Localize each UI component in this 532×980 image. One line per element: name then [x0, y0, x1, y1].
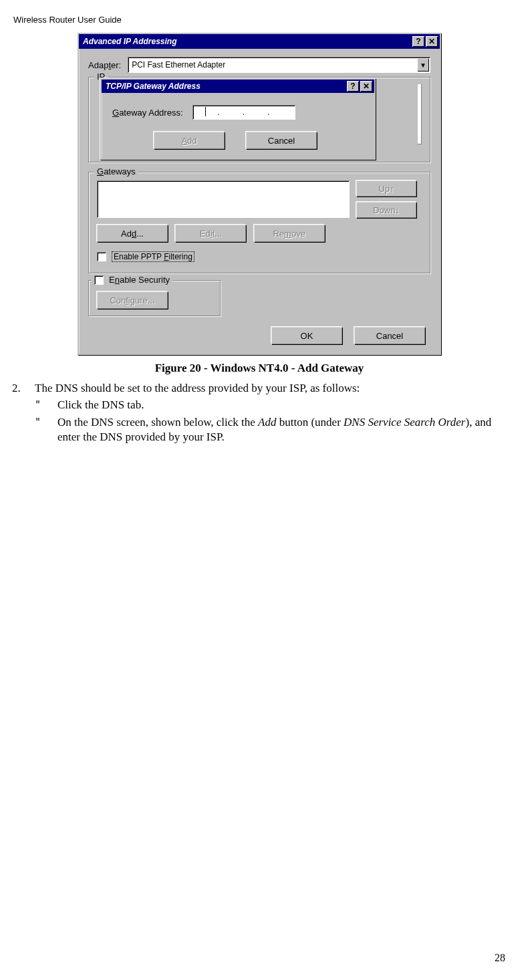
adapter-row: Adapter: PCI Fast Ethernet Adapter ▼ [88, 57, 430, 73]
bullet-glyph: " [35, 398, 57, 412]
bullet-2: " On the DNS screen, shown below, click … [35, 415, 507, 445]
help-icon[interactable]: ? [347, 81, 359, 92]
enable-security-groupbox: Enable Security Configure... [88, 280, 221, 316]
gateways-legend: Gateways [94, 166, 138, 176]
gateways-listbox[interactable] [97, 180, 350, 218]
running-header: Wireless Router User Guide [13, 15, 507, 25]
bullet-1-text: Click the DNS tab. [57, 398, 144, 412]
gateways-groupbox: Gateways Up↑ Down↓ Add... [88, 172, 430, 273]
gateway-down-button[interactable]: Down↓ [356, 202, 416, 218]
advanced-ip-dialog: Advanced IP Addressing ? ✕ Adapter: PCI … [78, 33, 441, 355]
step-2: 2. The DNS should be set to the address … [12, 382, 507, 395]
inner-cancel-button[interactable]: Cancel [246, 132, 317, 149]
gateway-up-button[interactable]: Up↑ [356, 180, 416, 197]
security-legend: Enable Security [92, 275, 172, 287]
adapter-label: Adapter: [88, 60, 121, 70]
screenshot-container: Advanced IP Addressing ? ✕ Adapter: PCI … [12, 33, 507, 355]
bullet-1: " Click the DNS tab. [35, 398, 507, 412]
figure-caption: Figure 20 - Windows NT4.0 - Add Gateway [12, 362, 507, 375]
bullet-glyph: " [35, 415, 57, 445]
configure-button[interactable]: Configure... [97, 291, 168, 309]
step-text: The DNS should be set to the address pro… [35, 382, 360, 395]
gateway-address-row: Gateway Address: . . . [112, 105, 364, 120]
outer-titlebar: Advanced IP Addressing ? ✕ [79, 34, 440, 49]
outer-title: Advanced IP Addressing [83, 37, 176, 46]
close-icon[interactable]: ✕ [360, 81, 372, 92]
tcpip-gateway-dialog: TCP/IP Gateway Address ? ✕ Gateway Addre… [100, 78, 376, 160]
chevron-down-icon[interactable]: ▼ [417, 58, 429, 72]
gateway-edit-button[interactable]: Edit... [175, 225, 246, 242]
page-number: 28 [495, 952, 505, 964]
close-icon[interactable]: ✕ [426, 36, 438, 47]
gateway-address-input[interactable]: . . . [192, 105, 295, 120]
ok-button[interactable]: OK [271, 327, 342, 344]
security-label: Enable Security [109, 275, 170, 285]
step-number: 2. [12, 382, 35, 395]
checkbox-box-icon [94, 275, 104, 285]
adapter-value: PCI Fast Ethernet Adapter [132, 60, 225, 70]
enable-pptp-checkbox[interactable]: Enable PPTP Filtering [97, 251, 194, 262]
gateway-add-button[interactable]: Add... [97, 225, 168, 242]
help-icon[interactable]: ? [412, 36, 424, 47]
checkbox-box-icon [97, 252, 106, 261]
cancel-button[interactable]: Cancel [354, 327, 425, 344]
inner-titlebar: TCP/IP Gateway Address ? ✕ [102, 80, 374, 93]
inner-title: TCP/IP Gateway Address [106, 82, 201, 91]
adapter-select[interactable]: PCI Fast Ethernet Adapter ▼ [128, 57, 430, 73]
gateway-address-label: Gateway Address: [112, 108, 183, 118]
bullet-2-text: On the DNS screen, shown below, click th… [57, 415, 507, 445]
ip-edge-decoration [418, 84, 422, 144]
pptp-label: Enable PPTP Filtering [112, 251, 194, 262]
inner-add-button[interactable]: Add [154, 132, 225, 149]
enable-security-checkbox[interactable]: Enable Security [94, 275, 170, 285]
gateway-remove-button[interactable]: Remove [254, 225, 325, 242]
